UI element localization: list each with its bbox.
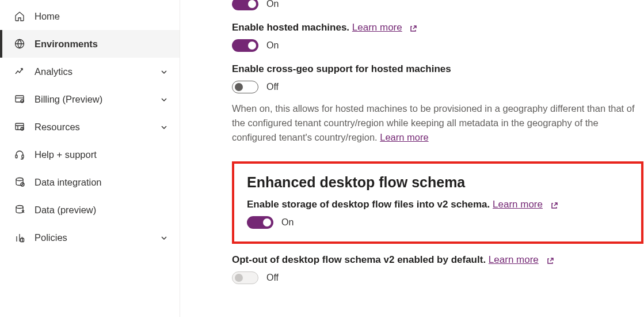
cross-geo-description: When on, this allows for hosted machines… [232, 101, 644, 144]
svg-point-7 [16, 178, 23, 181]
section-title-enhanced-schema: Enhanced desktop flow schema [247, 174, 628, 191]
sidebar: Home Environments Analytics Billing (Pre… [0, 0, 180, 317]
home-icon [14, 10, 25, 22]
sidebar-item-environments[interactable]: Environments [0, 30, 180, 58]
sidebar-item-help[interactable]: Help + support [0, 141, 180, 168]
sidebar-item-resources[interactable]: Resources [0, 113, 180, 141]
sidebar-item-data-integration[interactable]: Data integration [0, 168, 180, 196]
toggle-hosted-machines[interactable] [232, 39, 258, 52]
svg-rect-6 [22, 155, 24, 158]
setting-label-hosted-machines: Enable hosted machines. Learn more [232, 22, 644, 33]
sidebar-item-policies[interactable]: Policies [0, 224, 180, 251]
sidebar-item-label: Analytics [35, 66, 151, 77]
learn-more-link[interactable]: Learn more [493, 199, 543, 210]
learn-more-link[interactable]: Learn more [489, 254, 539, 265]
sidebar-item-label: Data integration [35, 177, 168, 188]
sidebar-item-analytics[interactable]: Analytics [0, 58, 180, 85]
toggle-cross-geo[interactable] [232, 81, 258, 93]
svg-rect-5 [16, 155, 17, 158]
sidebar-item-label: Home [35, 11, 168, 22]
external-link-icon [546, 256, 554, 265]
sidebar-item-home[interactable]: Home [0, 2, 180, 30]
toggle-state-label: On [281, 217, 294, 228]
external-link-icon [409, 24, 417, 32]
headset-icon [14, 149, 25, 160]
learn-more-link[interactable]: Learn more [352, 22, 402, 33]
svg-point-9 [16, 206, 23, 209]
setting-label-opt-out: Opt-out of desktop flow schema v2 enable… [232, 254, 644, 266]
sidebar-item-label: Help + support [35, 149, 168, 160]
toggle-state-label: On [266, 0, 279, 9]
toggle-top[interactable] [232, 0, 258, 10]
learn-more-link[interactable]: Learn more [380, 132, 428, 142]
toggle-enhanced-schema[interactable] [247, 216, 273, 229]
policies-icon [14, 232, 25, 243]
toggle-state-label: Off [266, 82, 279, 92]
chevron-down-icon [160, 67, 168, 76]
billing-icon [14, 93, 25, 105]
sidebar-item-label: Resources [35, 122, 151, 133]
toggle-opt-out [232, 271, 258, 284]
chevron-down-icon [160, 123, 168, 131]
sidebar-item-label: Data (preview) [35, 205, 168, 216]
external-link-icon [550, 201, 558, 209]
data-preview-icon [14, 204, 25, 216]
sidebar-item-data-preview[interactable]: Data (preview) [0, 196, 180, 224]
analytics-icon [14, 66, 25, 77]
setting-label-enhanced-schema: Enable storage of desktop flow files int… [247, 199, 628, 210]
svg-rect-1 [16, 96, 24, 102]
resources-icon [14, 121, 25, 133]
toggle-state-label: Off [266, 273, 279, 283]
enhanced-schema-highlight: Enhanced desktop flow schema Enable stor… [232, 161, 643, 244]
chevron-down-icon [160, 95, 168, 103]
sidebar-item-label: Billing (Preview) [35, 94, 151, 105]
sidebar-item-label: Policies [35, 232, 151, 243]
main-content: On Enable hosted machines. Learn more On… [180, 0, 644, 317]
globe-icon [14, 38, 25, 50]
setting-label-cross-geo: Enable cross-geo support for hosted mach… [232, 63, 644, 75]
toggle-state-label: On [266, 40, 279, 51]
data-integration-icon [14, 176, 25, 188]
chevron-down-icon [160, 233, 168, 241]
sidebar-item-label: Environments [35, 39, 168, 50]
sidebar-item-billing[interactable]: Billing (Preview) [0, 85, 180, 113]
